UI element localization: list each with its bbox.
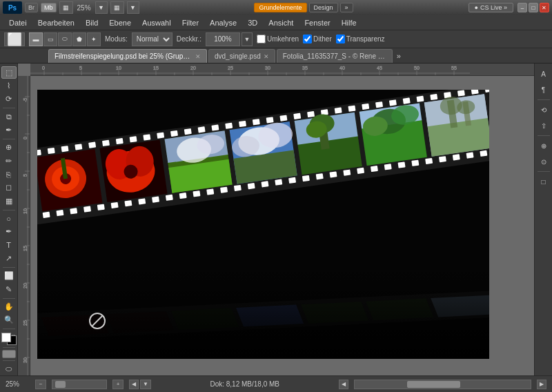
menu-hilfe[interactable]: Hilfe bbox=[337, 17, 362, 28]
tool-marquee[interactable]: ⬚ bbox=[1, 66, 17, 79]
tool-clone[interactable]: ⎘ bbox=[1, 168, 17, 180]
svg-rect-115 bbox=[248, 183, 255, 189]
panel-btn-add[interactable]: ⊕ bbox=[536, 138, 551, 153]
menu-ebene[interactable]: Ebene bbox=[104, 17, 136, 28]
svg-rect-132 bbox=[480, 150, 487, 157]
svg-text:10: 10 bbox=[116, 66, 121, 70]
shape-rect[interactable]: ▬ bbox=[29, 32, 43, 46]
tab-filmstreifen[interactable]: Filmstreifenspiegelung.psd bei 25% (Grup… bbox=[48, 49, 207, 63]
workspace-design[interactable]: Design bbox=[309, 3, 338, 12]
tool-eyedropper[interactable]: ✒ bbox=[1, 124, 17, 136]
tab-dvd[interactable]: dvd_single.psd ✕ bbox=[208, 49, 275, 63]
panel-btn-a[interactable]: A bbox=[536, 66, 551, 81]
swap-colors-icon[interactable]: ↔ bbox=[12, 333, 17, 337]
tool-dodge[interactable]: ○ bbox=[1, 212, 17, 224]
tool-mask[interactable] bbox=[2, 350, 16, 358]
shape-ellipse[interactable]: ⬭ bbox=[58, 32, 72, 46]
tab-dvd-close[interactable]: ✕ bbox=[264, 53, 269, 60]
transparenz-checkbox[interactable] bbox=[336, 35, 345, 43]
panel-btn-layers[interactable]: ⊙ bbox=[536, 154, 551, 169]
panel-btn-arrow[interactable]: ⇧ bbox=[536, 118, 551, 133]
shape-custom[interactable]: ✦ bbox=[87, 32, 101, 46]
zoom-slider[interactable] bbox=[52, 380, 107, 389]
svg-rect-107 bbox=[138, 198, 146, 204]
menu-fenster[interactable]: Fenster bbox=[299, 17, 335, 28]
tab-filmstreifen-close[interactable]: ✕ bbox=[195, 53, 201, 60]
zoom-out-button[interactable]: − bbox=[35, 380, 46, 389]
toolbar-toggle[interactable]: ▦ bbox=[59, 1, 73, 14]
nav-menu[interactable]: ▼ bbox=[140, 380, 151, 389]
tool-path[interactable]: ↗ bbox=[1, 253, 17, 265]
svg-rect-119 bbox=[302, 175, 310, 182]
minibr-badge[interactable]: Mb bbox=[41, 3, 57, 12]
cs-live-button[interactable]: ● CS Live » bbox=[469, 3, 513, 12]
view-dropdown[interactable]: ▼ bbox=[127, 1, 139, 14]
maximize-button[interactable]: □ bbox=[529, 3, 538, 12]
minimize-button[interactable]: – bbox=[518, 3, 527, 12]
menu-bearbeiten[interactable]: Bearbeiten bbox=[33, 17, 79, 28]
svg-text:50: 50 bbox=[414, 66, 420, 70]
panel-sep-3 bbox=[538, 171, 550, 172]
menu-analyse[interactable]: Analyse bbox=[205, 17, 241, 28]
zoom-in-button[interactable]: + bbox=[112, 380, 124, 389]
tool-heal[interactable]: ⊕ bbox=[1, 141, 17, 154]
tool-eraser[interactable]: ◻ bbox=[1, 182, 17, 194]
tool-brush[interactable]: ✏ bbox=[1, 155, 17, 167]
bridge-badge[interactable]: Br bbox=[25, 3, 38, 12]
svg-rect-111 bbox=[193, 190, 200, 197]
menu-bild[interactable]: Bild bbox=[81, 17, 103, 28]
panel-btn-box[interactable]: □ bbox=[536, 174, 551, 189]
tab-fotolia[interactable]: Fotolia_11635377_S - © Rene Wechsler - bbox=[277, 49, 393, 63]
opacity-input[interactable] bbox=[206, 32, 240, 46]
svg-rect-104 bbox=[97, 204, 105, 210]
svg-rect-88 bbox=[362, 104, 369, 110]
close-button[interactable]: ✕ bbox=[540, 3, 549, 12]
tool-shape[interactable]: ⬜ bbox=[1, 270, 17, 282]
filmstrip-svg bbox=[37, 90, 489, 359]
menu-3d[interactable]: 3D bbox=[243, 17, 262, 28]
menu-ansicht[interactable]: Ansicht bbox=[264, 17, 298, 28]
tool-pen[interactable]: ✒ bbox=[1, 226, 17, 238]
shape-poly[interactable]: ⬟ bbox=[72, 32, 86, 46]
svg-rect-74 bbox=[170, 130, 178, 137]
dither-checkbox[interactable] bbox=[303, 35, 312, 43]
shape-rounded[interactable]: ▭ bbox=[43, 32, 57, 46]
prev-button[interactable]: ◀ bbox=[129, 380, 139, 389]
menu-datei[interactable]: Datei bbox=[4, 17, 32, 28]
panel-btn-rotate[interactable]: ⟲ bbox=[536, 102, 551, 117]
horizontal-scrollbar[interactable] bbox=[354, 380, 532, 389]
zoom-thumb bbox=[55, 381, 66, 388]
panel-btn-text[interactable]: ¶ bbox=[536, 82, 551, 97]
color-swatches[interactable]: ↔ bbox=[1, 333, 17, 345]
zoom-dropdown[interactable]: ▼ bbox=[95, 1, 108, 14]
tool-notes[interactable]: ✎ bbox=[1, 283, 17, 295]
menu-auswahl[interactable]: Auswahl bbox=[137, 17, 176, 28]
workspace-grundelemente[interactable]: Grundelemente bbox=[254, 3, 306, 12]
tabs-overflow[interactable]: » bbox=[394, 52, 404, 60]
scroll-right-button[interactable]: ▶ bbox=[537, 380, 546, 389]
tool-hand[interactable]: ✋ bbox=[1, 300, 17, 313]
tool-preset-button[interactable]: ⬜ bbox=[4, 32, 25, 46]
svg-rect-75 bbox=[184, 128, 192, 135]
tool-type[interactable]: T bbox=[1, 239, 17, 251]
svg-text:40: 40 bbox=[339, 66, 345, 70]
tool-gradient[interactable]: ▦ bbox=[1, 195, 17, 207]
svg-rect-106 bbox=[124, 200, 132, 206]
tool-crop[interactable]: ⧉ bbox=[1, 110, 17, 123]
tool-zoom[interactable]: 🔍 bbox=[1, 314, 17, 326]
workspace-overflow[interactable]: » bbox=[340, 3, 353, 12]
canvas[interactable] bbox=[37, 90, 489, 359]
tool-wand[interactable]: ⟳ bbox=[1, 93, 17, 106]
tool-lasso[interactable]: ⌇ bbox=[1, 79, 17, 92]
umkehren-checkbox[interactable] bbox=[257, 35, 266, 43]
ruler-top-marks: 0 5 10 15 20 25 30 35 40 bbox=[30, 63, 534, 76]
svg-rect-90 bbox=[389, 99, 397, 106]
tool-screenmode[interactable]: ⬭ bbox=[1, 362, 17, 375]
menu-filter[interactable]: Filter bbox=[177, 17, 204, 28]
opacity-arrow[interactable]: ▼ bbox=[241, 32, 253, 46]
scroll-left-button[interactable]: ◀ bbox=[339, 380, 348, 389]
foreground-color[interactable] bbox=[1, 333, 11, 342]
modus-select[interactable]: Normal bbox=[132, 32, 172, 46]
view-options[interactable]: ▦ bbox=[110, 1, 124, 14]
canvas-area[interactable] bbox=[30, 76, 534, 375]
